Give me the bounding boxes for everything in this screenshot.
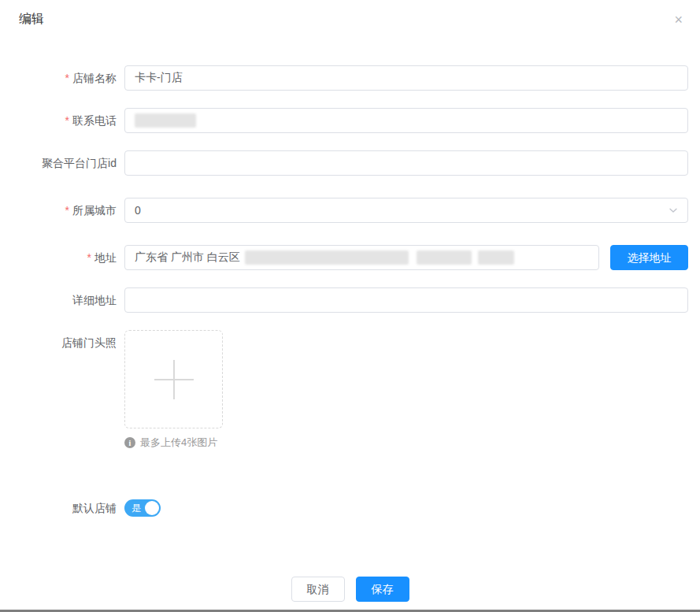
field-row-store-name: *店铺名称 — [19, 65, 688, 91]
close-icon[interactable]: × — [671, 9, 686, 30]
city-label: *所属城市 — [19, 198, 124, 223]
photo-upload-area: i 最多上传4张图片 — [124, 330, 688, 450]
field-row-default-store: 默认店铺 是 — [19, 495, 688, 521]
select-address-button[interactable]: 选择地址 — [610, 245, 688, 270]
photo-upload-button[interactable] — [124, 330, 223, 428]
edit-store-dialog: 编辑 × *店铺名称 *联系电话 聚合平台门店id *所属城市 0 — [0, 0, 700, 612]
field-row-address: *地址 广东省 广州市 白云区 选择地址 — [19, 245, 688, 270]
toggle-state-text: 是 — [131, 503, 141, 513]
field-row-platform-id: 聚合平台门店id — [19, 150, 688, 176]
dialog-footer: 取消 保存 — [0, 577, 700, 602]
upload-hint-text: 最多上传4张图片 — [140, 436, 217, 450]
detail-address-label: 详细地址 — [19, 287, 124, 313]
dialog-title: 编辑 — [19, 9, 44, 28]
info-icon: i — [124, 437, 135, 448]
phone-input[interactable] — [124, 108, 688, 133]
store-name-label: *店铺名称 — [19, 65, 124, 91]
default-store-label: 默认店铺 — [19, 495, 124, 521]
city-select[interactable]: 0 — [124, 198, 688, 223]
address-field-group: 广东省 广州市 白云区 选择地址 — [124, 245, 688, 270]
phone-label: *联系电话 — [19, 108, 124, 133]
field-row-phone: *联系电话 — [19, 108, 688, 133]
cancel-button[interactable]: 取消 — [291, 577, 345, 602]
store-photo-label: 店铺门头照 — [19, 330, 124, 355]
required-asterisk: * — [65, 114, 69, 127]
required-asterisk: * — [87, 251, 91, 264]
save-button[interactable]: 保存 — [356, 577, 409, 602]
required-asterisk: * — [65, 72, 69, 84]
detail-address-input[interactable] — [124, 287, 688, 313]
dialog-header: 编辑 × — [0, 0, 700, 38]
redacted-address-segment — [245, 250, 409, 265]
toggle-knob — [145, 501, 159, 515]
field-row-store-photo: 店铺门头照 i 最多上传4张图片 — [19, 330, 688, 450]
field-row-detail-address: 详细地址 — [19, 287, 688, 313]
redacted-address-segment — [417, 250, 472, 265]
store-name-input[interactable] — [124, 65, 688, 91]
plus-icon — [154, 360, 194, 399]
redacted-phone-value — [135, 113, 196, 128]
address-label: *地址 — [19, 245, 124, 270]
upload-hint: i 最多上传4张图片 — [124, 436, 688, 450]
city-select-value: 0 — [135, 204, 141, 217]
redacted-address-segment — [478, 250, 514, 265]
default-store-toggle[interactable]: 是 — [124, 499, 161, 517]
address-input[interactable]: 广东省 广州市 白云区 — [124, 245, 599, 270]
chevron-down-icon — [669, 206, 678, 215]
address-value: 广东省 广州市 白云区 — [135, 250, 240, 265]
required-asterisk: * — [65, 204, 69, 217]
edit-store-form: *店铺名称 *联系电话 聚合平台门店id *所属城市 0 — [0, 38, 700, 521]
field-row-city: *所属城市 0 — [19, 198, 688, 223]
platform-id-input[interactable] — [124, 150, 688, 176]
platform-id-label: 聚合平台门店id — [19, 150, 124, 176]
